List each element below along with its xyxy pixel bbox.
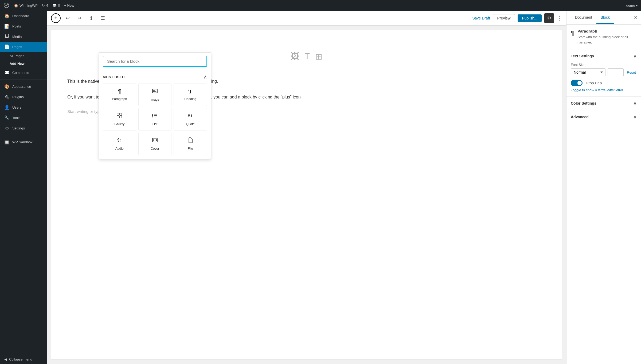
sidebar-add-new[interactable]: Add New: [0, 60, 47, 68]
sidebar-item-label: Pages: [12, 45, 22, 49]
drop-cap-row: Drop Cap: [571, 80, 637, 86]
sidebar-divider-2: [0, 135, 47, 135]
comments-icon: 💬: [52, 3, 57, 7]
paragraph-block-label: Paragraph: [112, 97, 127, 101]
block-item-list[interactable]: List: [138, 108, 172, 130]
advanced-chevron-icon: ∨: [633, 114, 637, 120]
block-item-file[interactable]: File: [174, 133, 207, 155]
sidebar-item-pages[interactable]: 📄 Pages: [0, 42, 47, 52]
info-button[interactable]: ℹ: [86, 13, 96, 23]
quote-block-icon: [187, 113, 193, 120]
sidebar-bottom: ◀ Collapse menu: [0, 355, 47, 364]
block-item-heading[interactable]: T Heading: [174, 84, 207, 106]
text-settings-body: Font Size Normal Small Large Larger Rese…: [566, 63, 641, 96]
comment-count: 0: [58, 3, 60, 7]
advanced-section[interactable]: Advanced ∨: [566, 110, 641, 124]
sidebar-item-dashboard[interactable]: 🏠 Dashboard: [0, 11, 47, 21]
block-navigation-button[interactable]: ☰: [98, 13, 108, 23]
gallery-block-icon: [116, 113, 122, 120]
main-layout: 🏠 Dashboard 📝 Posts 🖼 Media 📄 Pages All …: [0, 11, 641, 364]
editor-area: + ↩ ↪ ℹ ☰ Save Draft Preview Publish... …: [47, 11, 566, 364]
sidebar-item-label: Tools: [12, 116, 20, 120]
publish-button[interactable]: Publish...: [518, 14, 542, 22]
redo-button[interactable]: ↪: [75, 13, 84, 23]
advanced-title: Advanced: [571, 115, 589, 119]
svg-rect-2: [117, 113, 119, 115]
new-label: + New: [64, 3, 74, 7]
admin-bar-new[interactable]: + New: [64, 3, 74, 7]
block-item-paragraph[interactable]: ¶ Paragraph: [103, 84, 136, 106]
font-size-reset-button[interactable]: Reset: [627, 70, 636, 74]
image-block-icon: [152, 88, 158, 96]
block-item-audio[interactable]: Audio: [103, 133, 136, 155]
preview-button[interactable]: Preview: [493, 14, 515, 22]
drop-cap-label: Drop Cap: [586, 81, 602, 85]
block-inserter-body: Most Used ∧ ¶ Paragraph: [99, 70, 211, 159]
text-settings-header[interactable]: Text Settings ∧: [566, 49, 641, 63]
right-panel-close-button[interactable]: ✕: [634, 15, 638, 21]
media-icon: 🖼: [4, 34, 10, 39]
sidebar-item-label: Users: [12, 105, 21, 109]
add-block-button[interactable]: +: [51, 13, 61, 23]
dashboard-icon: 🏠: [4, 13, 10, 18]
placeholder-gallery-icon: ⊞: [315, 52, 322, 62]
block-item-cover[interactable]: Cover: [138, 133, 172, 155]
sidebar-item-appearance[interactable]: 🎨 Appearance: [0, 81, 47, 92]
admin-bar-updates[interactable]: ↻ 4: [42, 3, 48, 7]
most-used-toggle[interactable]: ∧: [204, 74, 207, 80]
plugins-icon: 🔌: [4, 94, 10, 100]
update-count: 4: [46, 3, 48, 7]
placeholder-image-icon: 🖼: [291, 52, 299, 62]
undo-button[interactable]: ↩: [63, 13, 72, 23]
sidebar-item-settings[interactable]: ⚙ Settings: [0, 123, 47, 133]
sidebar-all-pages[interactable]: All Pages: [0, 52, 47, 60]
font-size-custom-input[interactable]: [608, 68, 624, 76]
block-item-image[interactable]: Image: [138, 84, 172, 106]
sidebar-item-users[interactable]: 👤 Users: [0, 102, 47, 113]
tab-document[interactable]: Document: [571, 11, 596, 24]
block-search-input[interactable]: [103, 56, 207, 67]
pages-submenu: All Pages Add New: [0, 52, 47, 68]
collapse-menu-button[interactable]: ◀ Collapse menu: [0, 355, 47, 364]
block-search-wrapper: [99, 53, 211, 70]
editor-toolbar: + ↩ ↪ ℹ ☰ Save Draft Preview Publish... …: [47, 11, 566, 26]
more-options-button[interactable]: ⋮: [557, 15, 562, 21]
drop-cap-toggle[interactable]: [571, 80, 583, 86]
block-item-gallery[interactable]: Gallery: [103, 108, 136, 130]
svg-rect-15: [153, 138, 157, 142]
sidebar-item-plugins[interactable]: 🔌 Plugins: [0, 92, 47, 102]
list-block-icon: [152, 113, 158, 120]
settings-panel-button[interactable]: ⚙: [544, 13, 554, 23]
sidebar-item-posts[interactable]: 📝 Posts: [0, 21, 47, 31]
admin-bar-comments[interactable]: 💬 0: [52, 3, 60, 7]
sidebar-item-comments[interactable]: 💬 Comments: [0, 68, 47, 78]
color-settings-section[interactable]: Color Settings ∨: [566, 97, 641, 110]
font-size-select[interactable]: Normal Small Large Larger: [571, 68, 605, 76]
sidebar-item-media[interactable]: 🖼 Media: [0, 31, 47, 42]
heading-block-icon: T: [188, 88, 192, 95]
block-info-desc: Start with the building block of all nar…: [577, 34, 637, 45]
users-icon: 👤: [4, 105, 10, 110]
toggle-slider: [571, 80, 583, 86]
toolbar-right: Save Draft Preview Publish... ⚙ ⋮: [472, 13, 562, 23]
cover-block-label: Cover: [151, 147, 159, 151]
quote-block-label: Quote: [186, 122, 195, 126]
svg-rect-16: [153, 139, 157, 141]
admin-bar-user[interactable]: demo ▾: [626, 3, 638, 7]
svg-rect-5: [120, 116, 122, 118]
tab-block[interactable]: Block: [596, 11, 614, 24]
save-draft-button[interactable]: Save Draft: [472, 16, 490, 20]
collapse-icon: ◀: [4, 357, 7, 361]
admin-bar-home[interactable]: 🏠 WinningWP: [14, 3, 38, 7]
block-item-quote[interactable]: Quote: [174, 108, 207, 130]
most-used-title: Most Used: [103, 75, 125, 79]
audio-block-label: Audio: [115, 147, 124, 151]
sidebar-item-label: Plugins: [12, 95, 24, 99]
color-settings-chevron-icon: ∨: [633, 100, 637, 106]
sidebar-item-label: Comments: [12, 71, 29, 75]
wp-logo[interactable]: [3, 2, 10, 9]
image-block-label: Image: [150, 98, 159, 101]
gallery-block-label: Gallery: [114, 122, 124, 126]
sidebar-item-wpsandbox[interactable]: 🔲 WP Sandbox: [0, 137, 47, 147]
sidebar-item-tools[interactable]: 🔧 Tools: [0, 113, 47, 123]
